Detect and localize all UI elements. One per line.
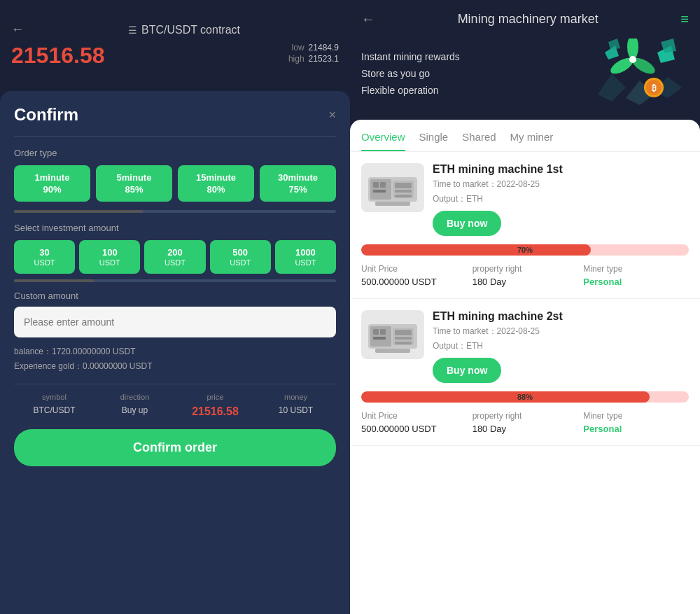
modal-header: Confirm × <box>14 105 336 125</box>
investment-label: Select investment amount <box>14 223 336 233</box>
svg-rect-20 <box>395 183 412 188</box>
confirm-order-button[interactable]: Confirm order <box>14 429 336 466</box>
property-value-1: 180 Day <box>472 277 578 287</box>
label-direction: direction <box>94 393 175 401</box>
low-label: low <box>292 43 304 53</box>
svg-marker-0 <box>598 74 626 102</box>
svg-rect-22 <box>395 195 412 197</box>
machine-date-1: Time to market：2022-08-25 <box>433 179 689 190</box>
order-info-divider <box>14 384 336 384</box>
right-header: ← Mining machinery market ≡ <box>350 0 700 39</box>
order-btn-1min[interactable]: 1minute 90% <box>14 165 90 202</box>
progress-label-2: 88% <box>517 393 533 401</box>
right-title: Mining machinery market <box>375 12 680 27</box>
svg-rect-31 <box>395 337 412 340</box>
buy-now-btn-1[interactable]: Buy now <box>433 211 501 236</box>
property-label-1: property right <box>472 264 578 274</box>
tab-overview[interactable]: Overview <box>361 131 405 151</box>
svg-rect-21 <box>395 190 412 193</box>
menu-icon[interactable]: ≡ <box>680 11 689 27</box>
tab-my-miner[interactable]: My miner <box>510 131 554 151</box>
modal-divider <box>14 136 336 137</box>
svg-rect-32 <box>395 342 412 344</box>
tabs-row: Overview Single Shared My miner <box>350 120 700 152</box>
left-header: ← ☰ BTC/USDT contract 21516.58 low 21484… <box>0 0 350 91</box>
promo-feature-2: Store as you go <box>361 68 460 79</box>
promo-features: Instant mining rewards Store as you go F… <box>361 51 460 96</box>
invest-btn-30[interactable]: 30 USDT <box>14 240 75 274</box>
order-detail-labels: symbol direction price money <box>14 393 336 401</box>
progress-label-1: 70% <box>517 246 533 254</box>
promo-feature-1: Instant mining rewards <box>361 51 460 62</box>
white-card: Overview Single Shared My miner <box>350 120 700 614</box>
label-symbol: symbol <box>14 393 94 401</box>
order-detail-values: BTC/USDT Buy up 21516.58 10 USDT <box>14 405 336 418</box>
back-arrow-right[interactable]: ← <box>361 11 375 27</box>
machine-info-2: ETH mining machine 2st Time to market：20… <box>433 310 689 383</box>
balance-info: balance：1720.00000000 USDT Experience go… <box>14 346 336 372</box>
header-icon: ☰ <box>128 25 137 36</box>
tab-single[interactable]: Single <box>419 131 449 151</box>
machine-info-1: ETH mining machine 1st Time to market：20… <box>433 163 689 236</box>
svg-rect-16 <box>373 182 379 188</box>
progress-bar-1: 70% <box>361 244 689 256</box>
investment-grid: 30 USDT 100 USDT 200 USDT 500 USDT 1000 … <box>14 240 336 274</box>
confirm-modal: Confirm × Order type 1minute 90% 5minute… <box>0 91 350 614</box>
machine-card-2: ETH mining machine 2st Time to market：20… <box>350 299 700 446</box>
unit-price-label-1: Unit Price <box>361 264 467 274</box>
unit-price-label-2: Unit Price <box>361 411 467 421</box>
order-btn-30min[interactable]: 30minute 75% <box>260 165 336 202</box>
order-btn-15min[interactable]: 15minute 80% <box>178 165 254 202</box>
svg-rect-23 <box>375 202 410 206</box>
invest-btn-1000[interactable]: 1000 USDT <box>275 240 336 274</box>
back-arrow-left[interactable]: ← <box>11 22 24 37</box>
machine-image-2 <box>361 310 424 359</box>
unit-price-value-1: 500.000000 USDT <box>361 277 467 287</box>
machine-output-2: Output：ETH <box>433 340 689 352</box>
close-button[interactable]: × <box>328 108 336 123</box>
label-money: money <box>255 393 336 401</box>
svg-rect-17 <box>380 182 386 188</box>
buy-now-btn-2[interactable]: Buy now <box>433 358 501 383</box>
invest-scroll <box>14 279 336 282</box>
property-label-2: property right <box>472 411 578 421</box>
miner-type-value-1: Personal <box>583 277 689 287</box>
svg-rect-26 <box>373 329 379 335</box>
value-symbol: BTC/USDT <box>14 405 94 418</box>
main-price: 21516.58 <box>11 43 104 69</box>
mining-illustration: ₿ <box>591 39 689 109</box>
order-type-scroll <box>14 210 336 213</box>
order-btn-5min[interactable]: 5minute 85% <box>96 165 172 202</box>
machine-details-1: Unit Price 500.000000 USDT property righ… <box>361 264 689 287</box>
svg-point-6 <box>629 56 636 63</box>
svg-text:₿: ₿ <box>652 83 657 93</box>
machine-output-1: Output：ETH <box>433 193 689 205</box>
machine-date-2: Time to market：2022-08-25 <box>433 326 689 337</box>
svg-rect-27 <box>380 329 386 335</box>
invest-btn-200[interactable]: 200 USDT <box>144 240 205 274</box>
value-direction: Buy up <box>94 405 175 418</box>
machine-name-1: ETH mining machine 1st <box>433 163 689 176</box>
amount-input[interactable] <box>14 307 336 337</box>
left-panel: ← ☰ BTC/USDT contract 21516.58 low 21484… <box>0 0 350 614</box>
value-money: 10 USDT <box>255 405 336 418</box>
machine-image-1 <box>361 163 424 212</box>
progress-bar-2: 88% <box>361 391 689 403</box>
value-price: 21516.58 <box>175 405 255 418</box>
invest-btn-500[interactable]: 500 USDT <box>210 240 271 274</box>
machine-details-2: Unit Price 500.000000 USDT property righ… <box>361 411 689 434</box>
progress-fill-1 <box>361 244 591 256</box>
header-title: BTC/USDT contract <box>141 24 240 36</box>
svg-rect-18 <box>373 190 386 193</box>
promo-feature-3: Flexible operation <box>361 85 460 96</box>
invest-btn-100[interactable]: 100 USDT <box>79 240 140 274</box>
miner-type-label-1: Miner type <box>583 264 689 274</box>
low-value: 21484.9 <box>309 43 339 53</box>
svg-rect-33 <box>375 349 410 353</box>
promo-section: Instant mining rewards Store as you go F… <box>350 39 700 117</box>
custom-label: Custom amount <box>14 291 336 301</box>
balance-text: balance：1720.00000000 USDT <box>14 346 336 358</box>
high-value: 21523.1 <box>309 54 339 64</box>
tab-shared[interactable]: Shared <box>462 131 496 151</box>
order-type-grid: 1minute 90% 5minute 85% 15minute 80% 30m… <box>14 165 336 202</box>
